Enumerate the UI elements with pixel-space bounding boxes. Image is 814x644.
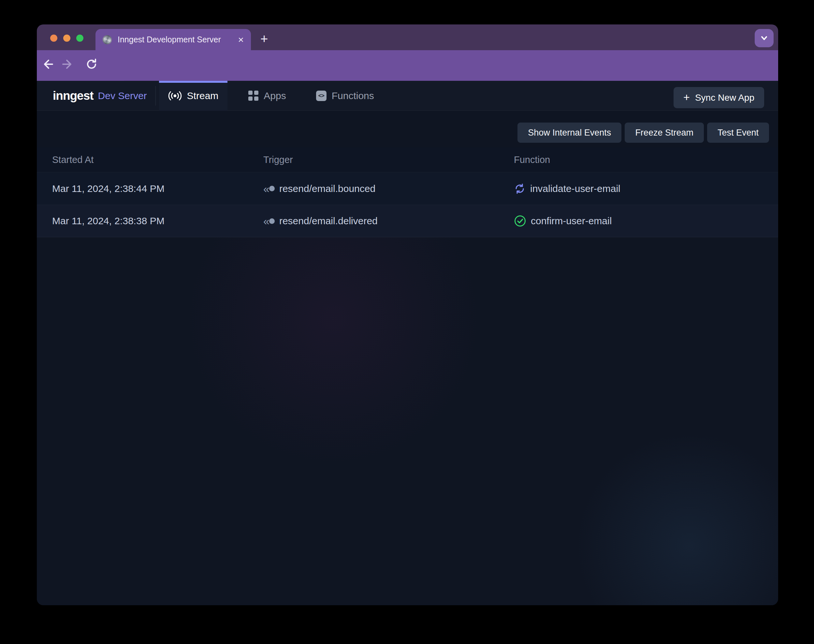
app-header: inngest Dev Server Stream Apps <> F <box>37 81 778 111</box>
table-header-row: Started At Trigger Function <box>37 147 778 172</box>
col-header-function: Function <box>514 155 778 165</box>
table-row[interactable]: Mar 11, 2024, 2:38:44 PM « resend/email.… <box>37 172 778 205</box>
forward-arrow-icon <box>62 58 74 70</box>
row-function-name: invalidate-user-email <box>530 183 621 194</box>
tab-apps[interactable]: Apps <box>239 81 295 111</box>
row-function-cell: confirm-user-email <box>514 215 778 227</box>
sync-new-app-label: Sync New App <box>695 92 754 103</box>
close-tab-icon[interactable]: × <box>238 35 244 44</box>
inngest-favicon-icon <box>103 35 112 44</box>
row-trigger-cell: « resend/email.bounced <box>263 183 514 194</box>
browser-tab[interactable]: Inngest Development Server × <box>95 29 251 50</box>
reload-button[interactable] <box>81 58 102 73</box>
row-function-cell: invalidate-user-email <box>514 183 778 195</box>
reload-icon <box>85 58 98 71</box>
tab-strip: Inngest Development Server × + <box>37 25 778 50</box>
new-tab-button[interactable]: + <box>261 32 268 45</box>
table-row[interactable]: Mar 11, 2024, 2:38:38 PM « resend/email.… <box>37 205 778 237</box>
inngest-logo: inngest <box>53 89 94 103</box>
header-divider <box>155 86 156 106</box>
row-started-at: Mar 11, 2024, 2:38:38 PM <box>52 215 263 227</box>
tab-functions-label: Functions <box>332 90 374 101</box>
tab-stream[interactable]: Stream <box>159 81 228 111</box>
test-event-button[interactable]: Test Event <box>707 123 769 143</box>
traffic-light-maximize[interactable] <box>76 35 83 42</box>
completed-check-icon <box>514 215 526 227</box>
event-trigger-icon: « <box>263 215 275 227</box>
show-internal-events-button[interactable]: Show Internal Events <box>517 123 621 143</box>
back-arrow-icon <box>41 58 53 70</box>
apps-icon <box>248 90 258 101</box>
stream-table: Started At Trigger Function Mar 11, 2024… <box>37 147 778 237</box>
tab-title: Inngest Development Server <box>118 35 233 44</box>
stream-page: Show Internal Events Freeze Stream Test … <box>37 111 778 605</box>
row-function-name: confirm-user-email <box>531 215 612 227</box>
forward-button[interactable] <box>58 58 78 73</box>
freeze-stream-button[interactable]: Freeze Stream <box>625 123 704 143</box>
plus-icon: + <box>683 92 690 103</box>
window-controls <box>50 35 83 42</box>
tab-apps-label: Apps <box>264 90 286 101</box>
col-header-started-at: Started At <box>52 155 263 165</box>
sync-new-app-button[interactable]: + Sync New App <box>673 87 764 108</box>
browser-window: Inngest Development Server × + <box>37 25 778 605</box>
chevron-down-icon <box>759 33 769 43</box>
row-trigger-name: resend/email.delivered <box>279 215 378 227</box>
running-refresh-icon <box>514 183 526 195</box>
stream-actions: Show Internal Events Freeze Stream Test … <box>517 123 769 143</box>
row-started-at: Mar 11, 2024, 2:38:44 PM <box>52 183 263 194</box>
functions-icon: <> <box>316 90 327 101</box>
row-trigger-name: resend/email.bounced <box>279 183 376 194</box>
browser-toolbar: 127.0.0.1:8288/stream <box>37 50 778 81</box>
dev-server-label: Dev Server <box>98 90 147 101</box>
tab-functions[interactable]: <> Functions <box>307 81 383 111</box>
stream-icon <box>168 89 182 103</box>
col-header-trigger: Trigger <box>263 155 514 165</box>
back-button[interactable] <box>37 58 58 73</box>
screenshot-stage: Inngest Development Server × + <box>0 0 814 644</box>
traffic-light-close[interactable] <box>50 35 57 42</box>
event-trigger-icon: « <box>263 183 275 194</box>
row-trigger-cell: « resend/email.delivered <box>263 215 514 227</box>
traffic-light-minimize[interactable] <box>63 35 71 42</box>
tab-stream-label: Stream <box>187 90 219 101</box>
tab-search-chevron-button[interactable] <box>755 29 774 47</box>
